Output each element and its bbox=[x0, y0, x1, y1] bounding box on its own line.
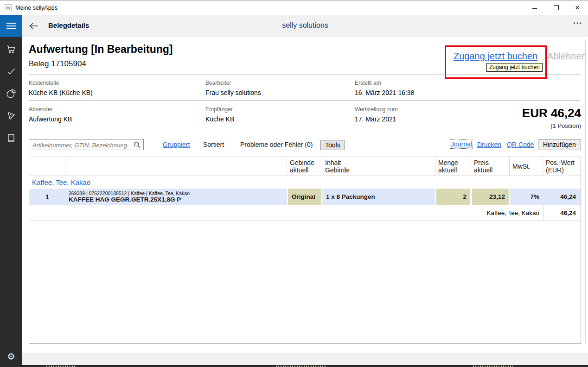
sidebar-item-orders[interactable] bbox=[0, 105, 22, 127]
sorted-toggle[interactable]: Sortiert bbox=[203, 141, 224, 148]
problems-toggle[interactable]: Probleme oder Fehler (0) bbox=[240, 141, 313, 148]
field-label-erstellt-am: Erstellt am bbox=[355, 80, 381, 86]
subtotal-label: Kaffee, Tee, Kakao bbox=[29, 205, 543, 221]
sidebar-item-settings[interactable]: ⚙ bbox=[0, 345, 22, 367]
sidebar-item-cart[interactable] bbox=[0, 38, 22, 60]
subtotal-value: 46,24 bbox=[543, 205, 580, 221]
title-bar: Meine sellyApps ✕ bbox=[0, 0, 588, 15]
tooltip: Zugang jetzt buchen bbox=[486, 63, 543, 72]
row-article-name: KAFFEE HAG GEGR.GETR.25X1,8G P bbox=[69, 196, 181, 203]
row-gebinde-cell[interactable]: Original bbox=[287, 189, 322, 205]
field-value-absender: Aufwertung KB bbox=[29, 115, 72, 123]
col-header-wert: Pos.-Wert(EUR) bbox=[543, 157, 580, 176]
maximize-button[interactable] bbox=[545, 0, 567, 15]
divider bbox=[29, 101, 581, 101]
window-title: Meine sellyApps bbox=[15, 5, 58, 11]
field-value-erstellt-am: 16. März 2021 16:38 bbox=[355, 89, 414, 96]
hamburger-menu-button[interactable] bbox=[0, 15, 22, 37]
col-header-inhalt: InhaltGebinde bbox=[322, 157, 435, 176]
gear-icon: ⚙ bbox=[7, 351, 15, 362]
row-wert-cell: 46,24 bbox=[543, 189, 580, 205]
row-inhalt-cell: 1 x 8 Packungen bbox=[322, 189, 435, 205]
col-header-preis: Preisaktuell bbox=[471, 157, 510, 176]
reject-button[interactable]: Ablehnen bbox=[547, 51, 587, 62]
app-window: Meine sellyApps ✕ Belegdetails selly sol… bbox=[0, 0, 588, 367]
sidebar-item-catalog[interactable] bbox=[0, 127, 22, 149]
close-button[interactable]: ✕ bbox=[567, 0, 588, 15]
checkmark-icon bbox=[6, 66, 17, 77]
row-menge-cell[interactable]: 2 bbox=[435, 189, 471, 205]
minimize-icon bbox=[532, 8, 537, 9]
add-dropdown-label: Hinzufügen bbox=[543, 141, 576, 148]
col-header-mwst: MwSt. bbox=[510, 157, 543, 176]
group-header-row: Kaffee, Tee, Kakao bbox=[29, 176, 581, 189]
col-header-gebinde: Gebindeaktuell bbox=[287, 157, 322, 176]
chevron-down-icon bbox=[576, 143, 577, 146]
pie-chart-icon bbox=[6, 88, 17, 99]
field-value-wertstellung: 17. März 2021 bbox=[355, 115, 396, 123]
app-header: Belegdetails selly solutions ··· bbox=[0, 15, 588, 37]
field-value-bearbeiter: Frau selly solutions bbox=[205, 89, 261, 96]
minimize-button[interactable] bbox=[524, 0, 545, 15]
subtotal-row: Kaffee, Tee, Kakao 46,24 bbox=[29, 205, 581, 221]
cart-icon bbox=[6, 44, 17, 55]
nav-sidebar: ⚙ bbox=[0, 37, 22, 367]
bottom-appbar-clipped bbox=[22, 365, 588, 367]
document-number: Beleg 17105904 bbox=[29, 59, 86, 69]
grouped-toggle[interactable]: Gruppiert bbox=[163, 141, 190, 148]
annotation-highlight-box bbox=[445, 45, 547, 79]
row-article-cell: 369389 | 07622200188512 | Kaffee | Kaffe… bbox=[65, 189, 287, 205]
search-input[interactable] bbox=[32, 140, 132, 150]
add-dropdown-button[interactable]: Hinzufügen bbox=[538, 139, 581, 150]
footer-spacer bbox=[22, 353, 588, 365]
sidebar-item-tasks[interactable] bbox=[0, 60, 22, 82]
search-icon[interactable] bbox=[133, 141, 141, 151]
table-row[interactable]: 1 369389 | 07622200188512 | Kaffee | Kaf… bbox=[29, 189, 581, 205]
field-label-absender: Absender bbox=[29, 106, 52, 113]
field-label-wertstellung: Wertstellung zum bbox=[355, 106, 397, 113]
col-header-article bbox=[65, 157, 287, 176]
close-icon: ✕ bbox=[575, 4, 580, 11]
field-label-empfaenger: Empfänger bbox=[205, 106, 233, 113]
search-box bbox=[29, 139, 144, 150]
field-value-empfaenger: Küche KB bbox=[205, 115, 234, 123]
table-header-row: Gebindeaktuell InhaltGebinde Mengeaktuel… bbox=[29, 157, 581, 176]
col-header-menge: Mengeaktuell bbox=[435, 157, 471, 176]
qr-code-link[interactable]: QR Code bbox=[507, 141, 534, 148]
journal-link[interactable]: Journal bbox=[451, 140, 472, 148]
total-amount: EUR 46,24 bbox=[522, 106, 581, 120]
print-link[interactable]: Drucken bbox=[477, 141, 501, 148]
positions-table: Gebindeaktuell InhaltGebinde Mengeaktuel… bbox=[29, 157, 581, 344]
total-positions: (1 Position) bbox=[550, 122, 581, 129]
more-options-button[interactable]: ··· bbox=[573, 19, 582, 28]
slice-icon bbox=[6, 110, 17, 121]
maximize-icon bbox=[554, 5, 559, 10]
row-mwst-cell: 7% bbox=[510, 189, 543, 205]
row-article-meta: 369389 | 07622200188512 | Kaffee | Kaffe… bbox=[69, 190, 190, 196]
sidebar-item-reports[interactable] bbox=[0, 82, 22, 105]
document-title: Aufwertung [In Bearbeitung] bbox=[29, 43, 173, 56]
app-icon bbox=[4, 4, 12, 12]
book-icon bbox=[6, 133, 17, 144]
field-value-kostenstelle: Küche KB (Küche KB) bbox=[29, 89, 93, 96]
col-header-pos bbox=[29, 157, 65, 176]
vertical-scrollbar[interactable] bbox=[585, 39, 586, 343]
row-preis-cell[interactable]: 23,12 bbox=[471, 189, 510, 205]
brand-title: selly solutions bbox=[22, 21, 588, 30]
field-label-bearbeiter: Bearbeiter bbox=[205, 80, 231, 86]
tools-button[interactable]: Tools bbox=[320, 140, 345, 150]
row-position: 1 bbox=[29, 189, 65, 205]
field-label-kostenstelle: Kostenstelle bbox=[29, 80, 59, 86]
